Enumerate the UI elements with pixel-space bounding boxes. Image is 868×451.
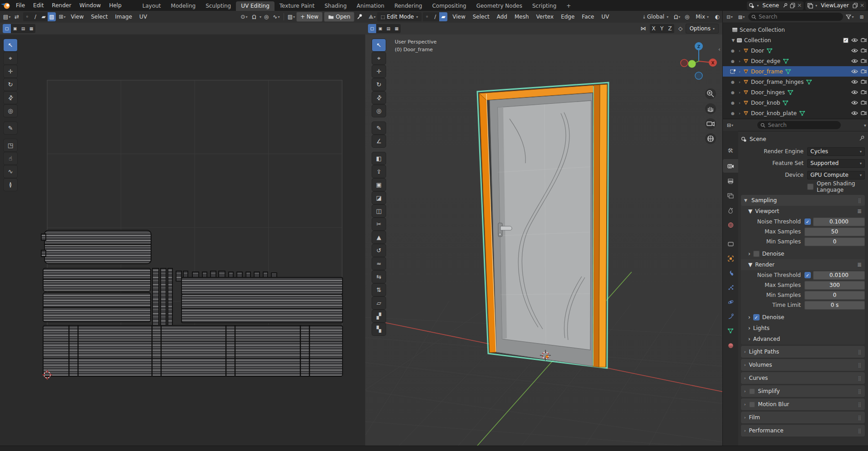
hide-eye-icon[interactable] xyxy=(851,111,858,116)
workspace-tab[interactable]: Sculpting xyxy=(201,1,236,11)
tool-rotate[interactable]: ↻ xyxy=(372,78,386,91)
tab-render[interactable] xyxy=(723,159,738,173)
menu-item[interactable]: Render xyxy=(48,2,75,9)
viewport-denoise-row[interactable]: › Denoise xyxy=(741,248,865,259)
door-model[interactable] xyxy=(477,82,608,368)
tool-extrude-region[interactable]: ⇪ xyxy=(372,165,386,178)
hide-eye-icon[interactable] xyxy=(851,100,858,105)
header-options-icon[interactable]: ▾ xyxy=(864,123,866,128)
vp-menu-select[interactable]: Select xyxy=(469,12,493,22)
gizmo-x-neg-axis[interactable] xyxy=(681,59,688,67)
render-max-samples-field[interactable]: 300 xyxy=(804,281,865,290)
workspace-tab[interactable]: Scripting xyxy=(527,1,561,11)
tool-grab[interactable]: ☝ xyxy=(4,152,17,165)
tab-scene[interactable] xyxy=(723,204,738,217)
menu-item[interactable]: Help xyxy=(105,2,125,9)
properties-editor-type-icon[interactable]: ⊟▾ xyxy=(725,121,735,130)
proportional-editing-icon[interactable]: ◎ xyxy=(261,12,271,21)
expand-icon[interactable]: › xyxy=(736,80,743,84)
disable-render-camera-icon[interactable] xyxy=(861,58,867,63)
overlays-icon[interactable]: ◐ xyxy=(712,12,722,21)
hide-eye-icon[interactable] xyxy=(851,38,858,43)
expand-icon[interactable]: › xyxy=(736,48,743,53)
outliner-row-collection[interactable]: ▼ Collection ✓ xyxy=(723,35,868,45)
tool-annotate[interactable]: ✎ xyxy=(372,122,386,134)
expand-icon[interactable]: › xyxy=(736,69,743,74)
tool-select-box[interactable]: ↖ xyxy=(372,39,386,51)
tool-relax[interactable]: ∿ xyxy=(4,165,17,178)
collapsed-section[interactable]: › Film ⣿ xyxy=(741,412,865,423)
edge-select-icon[interactable]: ∕ xyxy=(431,12,439,21)
viewport-canvas[interactable]: User Perspective (0) Door_frame Z X Y ‹ xyxy=(365,34,722,446)
pin-icon[interactable] xyxy=(783,3,788,8)
tool-2d-cursor[interactable]: ⌖ xyxy=(4,52,17,64)
workspace-tab[interactable]: Compositing xyxy=(427,1,471,11)
grid-ortho-icon[interactable] xyxy=(708,136,714,142)
uv-menu-image[interactable]: Image xyxy=(112,12,136,22)
tool-rip-region[interactable]: ◳ xyxy=(4,139,17,151)
collection-checkbox[interactable]: ✓ xyxy=(843,38,848,43)
remove-icon[interactable]: ✕ xyxy=(860,2,864,9)
tab-object-data[interactable] xyxy=(723,324,738,338)
breadcrumb-scene[interactable]: Scene xyxy=(750,136,766,142)
mode-selector[interactable]: ⬚ Edit Mode▾ xyxy=(377,12,422,21)
osl-checkbox[interactable] xyxy=(807,184,814,190)
outliner-object-row[interactable]: ● › Door_hinges xyxy=(723,87,868,97)
proportional-falloff-icon[interactable]: ∿▾ xyxy=(271,12,281,21)
workspace-tab[interactable]: Geometry Nodes xyxy=(471,1,527,11)
options-dropdown[interactable]: Options▾ xyxy=(686,24,719,34)
properties-search-input[interactable]: Search xyxy=(757,121,841,129)
uv-editor-canvas[interactable] xyxy=(0,34,365,446)
expand-icon[interactable]: › xyxy=(736,90,743,95)
uv-menu-uv[interactable]: UV xyxy=(136,12,151,22)
uv-select-vertex-icon[interactable]: ◦ xyxy=(23,12,31,21)
outliner-row-scene-collection[interactable]: Scene Collection xyxy=(723,24,868,35)
tool-loop-cut[interactable]: ◫ xyxy=(372,205,386,217)
render-noise-threshold-field[interactable]: 0.0100 xyxy=(813,271,865,280)
disable-render-camera-icon[interactable] xyxy=(861,79,867,84)
uv-menu-view[interactable]: View xyxy=(67,12,87,22)
mirror-y-button[interactable]: Y xyxy=(658,24,666,33)
tab-constraints[interactable] xyxy=(723,310,738,323)
select-new-icon[interactable]: ▢ xyxy=(368,24,376,33)
outliner-object-row[interactable]: ● › Door xyxy=(723,45,868,56)
uv-sync-selection-icon[interactable]: ⇄ xyxy=(12,12,22,21)
filter-icon[interactable]: ▾ xyxy=(845,12,855,21)
workspace-tab[interactable]: Texture Paint xyxy=(275,1,319,11)
select-extend-icon[interactable]: ▣ xyxy=(376,24,384,33)
tool-rip-edge[interactable]: ▚ xyxy=(372,323,386,335)
face-select-icon[interactable]: ▰ xyxy=(439,12,447,21)
mirror-x-button[interactable]: X xyxy=(650,24,658,33)
tool-add-cube[interactable]: ◧ xyxy=(372,152,386,165)
disable-render-camera-icon[interactable] xyxy=(861,48,867,53)
render-noise-threshold-checkbox[interactable]: ✓ xyxy=(804,272,811,278)
collapsed-section[interactable]: › Performance ⣿ xyxy=(741,425,865,436)
hide-eye-icon[interactable] xyxy=(851,48,858,53)
open-image-button[interactable]: Open xyxy=(324,12,354,22)
tab-particles[interactable] xyxy=(723,281,738,294)
render-subpanel-header[interactable]: ▼Render≣ xyxy=(741,259,865,270)
outliner-object-row[interactable]: ● › Door_edge xyxy=(723,56,868,66)
tool-move[interactable]: ✛ xyxy=(4,65,17,78)
collapsed-section[interactable]: › Motion Blur ⣿ xyxy=(741,398,865,410)
lights-subpanel[interactable]: ›Lights xyxy=(741,323,865,334)
workspace-tab[interactable]: Modeling xyxy=(166,1,201,11)
outliner-search-input[interactable]: Search xyxy=(748,13,843,21)
render-time-limit-field[interactable]: 0 s xyxy=(804,301,865,310)
outliner-object-row[interactable]: ● › Door_frame xyxy=(723,66,868,77)
viewport-noise-threshold-field[interactable]: 0.1000 xyxy=(813,218,865,226)
vp-menu-face[interactable]: Face xyxy=(578,12,598,22)
pin-icon[interactable] xyxy=(859,136,865,141)
snapping-icon[interactable]: ℧▾ xyxy=(672,12,682,21)
tool-pinch[interactable]: ≬ xyxy=(4,179,17,191)
workspace-tab[interactable]: + xyxy=(561,1,576,11)
preset-icon[interactable]: ≣ xyxy=(857,208,862,214)
workspace-tab[interactable]: Animation xyxy=(352,1,389,11)
tool-poly-build[interactable]: ▲ xyxy=(372,231,386,243)
disable-render-camera-icon[interactable] xyxy=(861,69,867,74)
pin-image-icon[interactable] xyxy=(357,14,363,20)
uv-select-face-icon[interactable]: ▰ xyxy=(39,12,48,21)
render-denoise-row[interactable]: ›✓ Denoise xyxy=(741,312,865,323)
tool-bevel[interactable]: ◪ xyxy=(372,192,386,204)
vp-menu-add[interactable]: Add xyxy=(493,12,511,22)
